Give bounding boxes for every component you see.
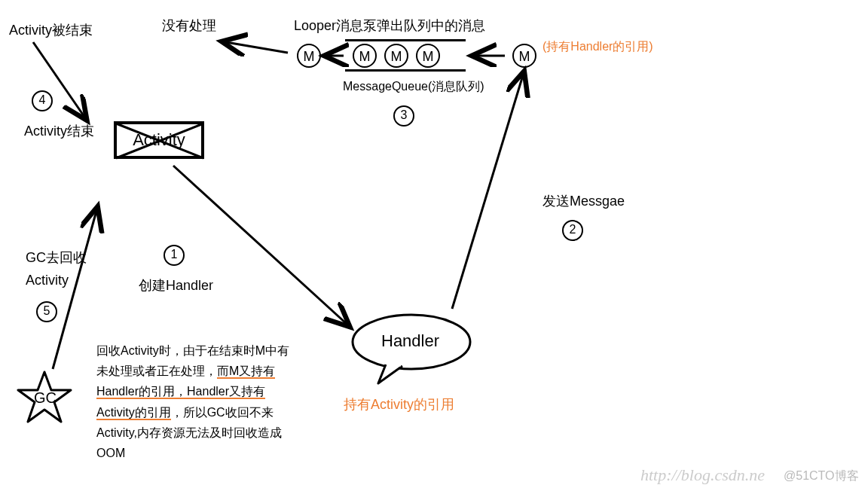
- label-hold-handler-ref: (持有Handler的引用): [542, 38, 678, 56]
- para-l2b: 而M又持有: [217, 364, 275, 379]
- label-no-handle: 没有处理: [162, 17, 216, 35]
- para-l2a: 未处理或者正在处理，: [96, 364, 217, 377]
- para-l3a: Handler的引用，Handler又持有: [96, 385, 265, 399]
- step-2-badge: 2: [562, 220, 583, 241]
- svg-line-10: [53, 211, 96, 369]
- label-activity-end: Activity结束: [24, 122, 94, 140]
- label-hold-activity-ref: 持有Activity的引用: [344, 395, 454, 413]
- para-l4b: ，所以GC收回不来: [171, 406, 274, 419]
- label-create-handler: 创建Handler: [139, 276, 213, 294]
- label-looper-title: Looper消息泵弹出队列中的消息: [294, 17, 485, 35]
- para-l4a: Activity的引用: [96, 406, 171, 420]
- activity-box: Activity: [114, 121, 204, 159]
- para-l6a: OOM: [96, 447, 125, 459]
- explanation-paragraph: 回收Activity时，由于在结束时M中有 未处理或者正在处理，而M又持有 Ha…: [96, 340, 307, 463]
- msg-circle-1: M: [353, 44, 377, 68]
- label-message-queue: MessageQueue(消息队列): [343, 79, 484, 95]
- label-gc-recycle: GC去回收: [26, 249, 87, 267]
- gc-label: GC: [34, 389, 57, 407]
- step-5-badge: 5: [36, 301, 57, 322]
- watermark-51cto: @51CTO博客: [784, 468, 859, 484]
- step-3-badge: 3: [393, 105, 414, 127]
- para-l1: 回收Activity时，由于在结束时M中有: [96, 344, 289, 357]
- msg-circle-3: M: [416, 44, 440, 68]
- svg-line-9: [173, 166, 347, 324]
- label-gc-recycle2: Activity: [26, 273, 69, 288]
- msg-circle-incoming: M: [512, 44, 536, 68]
- queue-top-bar: [345, 39, 466, 41]
- msg-circle-2: M: [384, 44, 408, 68]
- step-4-badge: 4: [32, 90, 53, 111]
- handler-label: Handler: [381, 331, 439, 351]
- msg-circle-popped: M: [297, 44, 321, 68]
- watermark-csdn: http://blog.csdn.ne: [640, 465, 765, 485]
- label-send-message: 发送Messgae: [542, 192, 625, 210]
- svg-line-8: [452, 75, 523, 309]
- label-activity-ended-top: Activity被结束: [9, 21, 93, 39]
- step-1-badge: 1: [164, 245, 185, 266]
- queue-bottom-bar: [345, 69, 466, 72]
- svg-line-5: [226, 42, 288, 53]
- para-l5a: Activity,内存资源无法及时回收造成: [96, 426, 282, 439]
